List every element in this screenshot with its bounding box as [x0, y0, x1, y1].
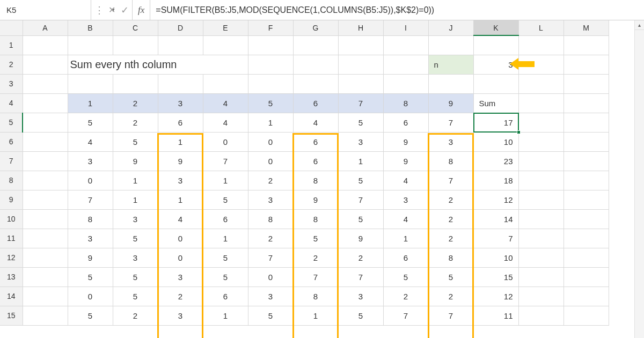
cell[interactable]: 3	[68, 151, 113, 171]
row-header-10[interactable]: 10	[0, 209, 23, 229]
cell[interactable]: 18	[473, 171, 518, 190]
cell[interactable]: 7	[428, 306, 473, 325]
cell[interactable]: 5	[293, 229, 338, 248]
cell[interactable]: 3	[248, 286, 293, 306]
col-header-E[interactable]: E	[203, 20, 248, 35]
cell[interactable]: 3	[158, 306, 203, 325]
fx-icon[interactable]: fx	[133, 0, 150, 20]
cell[interactable]: 1	[293, 306, 338, 325]
cell[interactable]: 8	[248, 209, 293, 229]
cell[interactable]: 5	[68, 267, 113, 286]
cell[interactable]: 3	[158, 267, 203, 286]
data-header-4[interactable]: 4	[203, 93, 248, 113]
cancel-icon[interactable]: ✕	[108, 5, 115, 15]
cell[interactable]: 4	[293, 113, 338, 132]
cell[interactable]: 0	[248, 132, 293, 151]
cell[interactable]: 0	[68, 286, 113, 306]
cell[interactable]: 0	[158, 248, 203, 267]
row-header-8[interactable]: 8	[0, 171, 23, 190]
data-header-6[interactable]: 6	[293, 93, 338, 113]
cell[interactable]: 7	[428, 113, 473, 132]
cell[interactable]: 2	[293, 248, 338, 267]
cell[interactable]: 14	[473, 209, 518, 229]
cell[interactable]: 9	[293, 190, 338, 209]
cell[interactable]: 1	[203, 171, 248, 190]
n-value-cell[interactable]: 3	[473, 55, 518, 74]
col-header-L[interactable]: L	[518, 20, 564, 35]
cell[interactable]: 4	[383, 209, 428, 229]
cell[interactable]: 1	[203, 229, 248, 248]
cell[interactable]: 5	[113, 229, 158, 248]
cell[interactable]: 6	[383, 248, 428, 267]
cell[interactable]: 1	[338, 151, 383, 171]
cell[interactable]: 1	[113, 171, 158, 190]
row-header-11[interactable]: 11	[0, 229, 23, 248]
cell[interactable]: 5	[338, 171, 383, 190]
cell[interactable]: 8	[428, 248, 473, 267]
cell[interactable]: 5	[383, 267, 428, 286]
cell[interactable]: 7	[293, 267, 338, 286]
cell[interactable]: 5	[338, 306, 383, 325]
row-header-13[interactable]: 13	[0, 267, 23, 286]
cell[interactable]: 11	[473, 306, 518, 325]
cell[interactable]: 2	[428, 190, 473, 209]
row-header-1[interactable]: 1	[0, 35, 23, 55]
cell[interactable]: 0	[248, 151, 293, 171]
row-header-2[interactable]: 2	[0, 55, 23, 74]
cell[interactable]: 5	[203, 267, 248, 286]
col-header-A[interactable]: A	[23, 20, 68, 35]
cell[interactable]: 7	[428, 171, 473, 190]
cell[interactable]: 7	[248, 248, 293, 267]
cell[interactable]: 3	[68, 229, 113, 248]
cell[interactable]: 3	[383, 190, 428, 209]
cell[interactable]: 6	[293, 151, 338, 171]
cell[interactable]: 10	[473, 248, 518, 267]
cell[interactable]: 1	[158, 132, 203, 151]
cell[interactable]: 5	[338, 209, 383, 229]
cell[interactable]: 1	[113, 190, 158, 209]
cell[interactable]: 9	[383, 151, 428, 171]
row-header-4[interactable]: 4	[0, 93, 23, 113]
cell[interactable]: 3	[158, 171, 203, 190]
cell[interactable]: 2	[428, 286, 473, 306]
cell[interactable]: 7	[203, 151, 248, 171]
cell[interactable]: 9	[113, 151, 158, 171]
cell[interactable]: 3	[338, 132, 383, 151]
col-header-M[interactable]: M	[564, 20, 609, 35]
row-header-5[interactable]: 5	[0, 113, 23, 132]
row-header-3[interactable]: 3	[0, 74, 23, 93]
cell[interactable]: 3	[113, 248, 158, 267]
col-header-F[interactable]: F	[248, 20, 293, 35]
data-header-9[interactable]: 9	[428, 93, 473, 113]
worksheet-grid[interactable]: A B C D E F G H I J K L M 1 2 Sum every …	[0, 20, 644, 338]
cell[interactable]: 7	[473, 229, 518, 248]
cell[interactable]: 4	[158, 209, 203, 229]
col-header-G[interactable]: G	[293, 20, 338, 35]
data-header-2[interactable]: 2	[113, 93, 158, 113]
cell[interactable]: 2	[338, 248, 383, 267]
cell[interactable]: 9	[383, 132, 428, 151]
cell[interactable]: 8	[428, 151, 473, 171]
data-header-sum[interactable]: Sum	[473, 93, 518, 113]
cell[interactable]: 10	[473, 132, 518, 151]
cell[interactable]: 5	[68, 113, 113, 132]
cell[interactable]: 2	[248, 171, 293, 190]
data-header-8[interactable]: 8	[383, 93, 428, 113]
cell[interactable]: 8	[293, 286, 338, 306]
cell[interactable]: 23	[473, 151, 518, 171]
cell[interactable]: 6	[203, 209, 248, 229]
col-header-I[interactable]: I	[383, 20, 428, 35]
cell[interactable]: 8	[293, 171, 338, 190]
cell[interactable]: 3	[428, 132, 473, 151]
cell[interactable]: 5	[113, 132, 158, 151]
cell[interactable]: 8	[68, 209, 113, 229]
cell[interactable]: 5	[113, 267, 158, 286]
cell[interactable]: 5	[68, 306, 113, 325]
cell[interactable]: 6	[293, 132, 338, 151]
cell[interactable]: 0	[248, 267, 293, 286]
cell[interactable]: 12	[473, 190, 518, 209]
cell[interactable]: 2	[428, 229, 473, 248]
cell[interactable]: 2	[158, 286, 203, 306]
col-header-J[interactable]: J	[428, 20, 473, 35]
n-label-cell[interactable]: n	[428, 55, 473, 74]
